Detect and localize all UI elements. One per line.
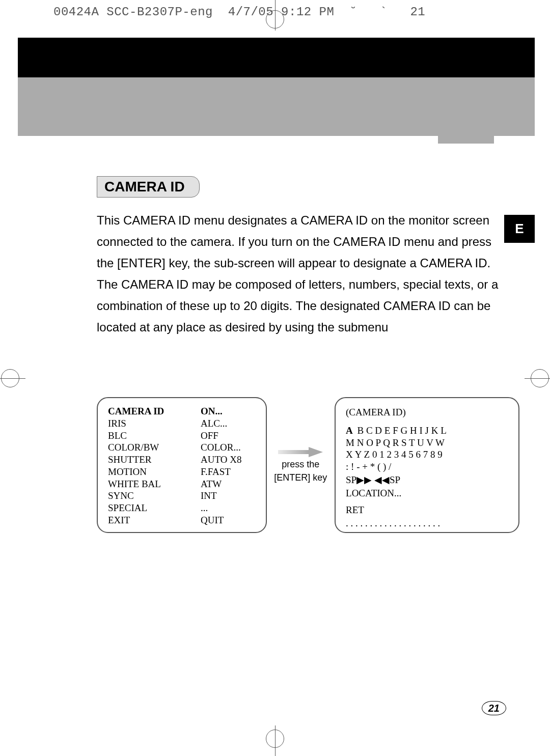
menu-row: SPECIAL...: [108, 502, 258, 514]
section-heading: CAMERA ID: [104, 179, 185, 194]
section-heading-pill: CAMERA ID: [97, 176, 200, 198]
arrow-icon: [278, 447, 323, 457]
arrow-block: press the [ENTER] key: [271, 447, 331, 483]
menu-row: COLOR/BWCOLOR...: [108, 441, 258, 454]
rewind-icon: ◀◀: [374, 474, 390, 485]
header-black-band: [18, 38, 535, 77]
menu-row: MOTIONF.FAST: [108, 466, 258, 478]
body-paragraph: This CAMERA ID menu designates a CAMERA …: [97, 210, 499, 338]
arrow-caption-2: [ENTER] key: [274, 472, 327, 484]
header-gray-band: [18, 77, 535, 136]
main-menu-panel: CAMERA IDON... IRISALC... BLCOFF COLOR/B…: [97, 397, 267, 533]
char-row: X Y Z 0 1 2 3 4 5 6 7 8 9: [346, 449, 510, 461]
menu-row: CAMERA IDON...: [108, 405, 258, 417]
arrow-caption-1: press the: [282, 459, 319, 470]
char-row: M N O P Q R S T U V W: [346, 437, 510, 449]
menu-row: IRISALC...: [108, 417, 258, 430]
ret-row: RET: [346, 504, 510, 516]
char-row: A B C D E F G H I J K L: [346, 425, 510, 437]
menu-row: EXITQUIT: [108, 514, 258, 526]
sp-row: SP▶▶ ◀◀SP: [346, 474, 510, 486]
camera-id-sub-panel: (CAMERA ID) A B C D E F G H I J K L M N …: [335, 397, 519, 533]
char-row: : ! - + * ( ) /: [346, 461, 510, 473]
page-number: 21: [482, 701, 506, 715]
menu-row: BLCOFF: [108, 430, 258, 442]
print-job-header: 00424A SCC-B2307P-eng 4/7/05 9:12 PM ˘ `…: [53, 5, 425, 19]
language-tab: E: [504, 215, 535, 243]
fast-forward-icon: ▶▶: [356, 474, 372, 485]
registration-mark-left: [0, 363, 25, 394]
menu-row: SYNCINT: [108, 490, 258, 502]
header-gray-tab: [438, 128, 494, 144]
registration-mark-right: [525, 363, 550, 394]
menu-diagram: CAMERA IDON... IRISALC... BLCOFF COLOR/B…: [97, 397, 519, 533]
sub-panel-title: (CAMERA ID): [346, 406, 510, 418]
location-row: LOCATION...: [346, 487, 510, 499]
menu-row: WHITE BALATW: [108, 478, 258, 490]
menu-row: SHUTTERAUTO X8: [108, 454, 258, 466]
dots-row: . . . . . . . . . . . . . . . . . . . .: [346, 517, 510, 529]
registration-mark-bottom: [260, 725, 290, 756]
registration-mark-top: [260, 0, 290, 31]
